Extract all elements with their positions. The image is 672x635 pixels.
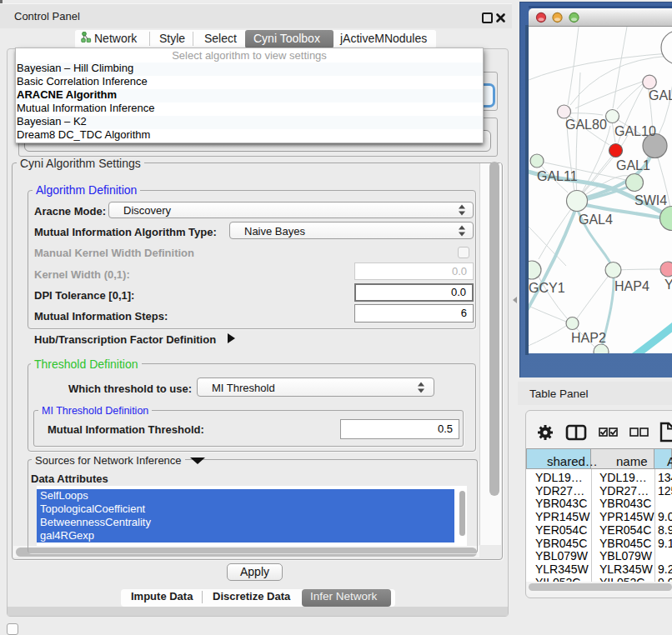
svg-text:SWI4: SWI4 [634, 193, 667, 208]
svg-text:GAL11: GAL11 [537, 169, 578, 183]
svg-text:HAP4: HAP4 [614, 279, 649, 293]
svg-text:YM: YM [664, 278, 672, 292]
svg-text:GAL4: GAL4 [579, 212, 613, 227]
svg-text:GAL80: GAL80 [565, 118, 607, 132]
svg-text:GAL10: GAL10 [614, 124, 656, 138]
svg-text:GCY1: GCY1 [529, 281, 565, 295]
svg-text:GAL1: GAL1 [616, 158, 650, 172]
svg-text:HAP2: HAP2 [571, 331, 606, 345]
svg-text:GAL2: GAL2 [649, 88, 672, 102]
